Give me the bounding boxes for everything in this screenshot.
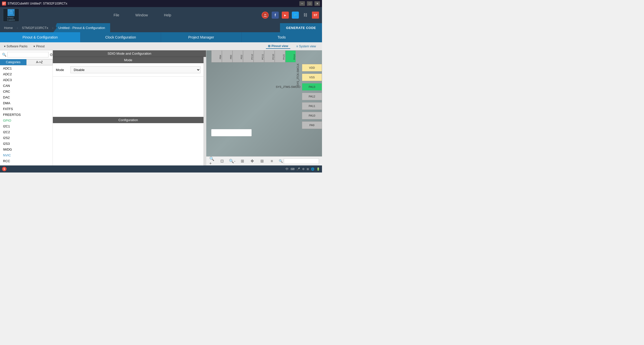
tab-tools[interactable]: Tools <box>242 32 322 42</box>
breadcrumb-chip[interactable]: STM32F103RCTx <box>18 23 52 32</box>
window-title: STM32CubeMX Untitled*: STM32F103RCTx <box>8 2 299 5</box>
chip-canvas: PB4 PB3 PD2 PC12 PC11 PC10 PA15 PA14 SYS… <box>206 50 322 156</box>
pin-item-pa10[interactable]: PA10 <box>267 111 322 120</box>
list-item-label: GPIO <box>3 119 11 122</box>
chip-panel: PB4 PB3 PD2 PC12 PC11 PC10 PA15 PA14 SYS… <box>206 50 322 165</box>
menu-help[interactable]: Help <box>162 12 173 18</box>
list-item-dma[interactable]: DMA <box>0 100 53 106</box>
menu-file[interactable]: File <box>111 12 121 18</box>
list-item-freertos[interactable]: FREERTOS <box>0 112 53 118</box>
system-view-button[interactable]: ≡ System view <box>294 44 318 49</box>
list-item-rcc[interactable]: RCC <box>0 158 53 164</box>
move-button[interactable]: ✥ <box>249 158 255 165</box>
pin-pc12[interactable]: PC12 <box>243 50 254 62</box>
chip-search-icon: 🔍 <box>279 159 283 163</box>
tab-clock-configuration[interactable]: Clock Configuration <box>80 32 161 42</box>
list-item-fatfs[interactable]: FATFS <box>0 106 53 112</box>
sidebar-settings-icon[interactable]: ⚙ <box>50 52 53 57</box>
pin-item-pa12[interactable]: PA12 <box>267 92 322 101</box>
svg-marker-2 <box>13 10 14 15</box>
list-item-can[interactable]: CAN <box>0 83 53 89</box>
pinout-menu[interactable]: ▾ Pinout <box>33 45 45 48</box>
community-icon[interactable]: ⛓ <box>302 12 309 19</box>
list-item-label: ADC1 <box>3 66 12 70</box>
tab-az[interactable]: A->Z <box>26 59 53 65</box>
fit-button[interactable]: ⊞ <box>239 158 245 165</box>
zoom-in-button[interactable]: 🔍+ <box>209 158 215 165</box>
lang-indicator: 中 <box>286 167 289 171</box>
config-section-header: Configuration <box>53 117 204 123</box>
pin-pc10[interactable]: PC10 <box>264 50 275 62</box>
pin-item-vss[interactable]: VSS <box>267 73 322 82</box>
frame-button[interactable]: ⊡ <box>219 158 225 165</box>
list-item-adc2[interactable]: ADC2 <box>0 71 53 77</box>
app-icon: ST <box>2 2 6 6</box>
list-item-crc[interactable]: CRC <box>0 89 53 94</box>
list-item-label: FREERTOS <box>3 113 21 117</box>
list-item-i2c2[interactable]: I2C2 <box>0 129 53 135</box>
grid-button[interactable]: ⊞ <box>259 158 265 165</box>
pin-box-pa11[interactable]: PA11 <box>302 102 322 110</box>
pin-box-pa9[interactable]: PA9 <box>302 121 322 129</box>
mode-row: Mode Disable SD 4 bits Wide bus SD 1 bit… <box>56 66 200 73</box>
list-button[interactable]: ≡ <box>269 158 275 165</box>
svg-rect-0 <box>9 12 13 15</box>
sidebar-search-input[interactable] <box>7 52 49 57</box>
software-packs-menu[interactable]: ▾ Software Packs <box>4 45 27 48</box>
view-toggle: ⊞ Pinout view ≡ System view <box>266 44 318 49</box>
pin-pb4[interactable]: PB4 <box>211 50 222 62</box>
list-item-iwdg[interactable]: IWDG <box>0 147 53 152</box>
list-item-label: CAN <box>3 84 10 88</box>
tab-pinout-configuration[interactable]: Pinout & Configuration <box>0 32 80 42</box>
pin-pc11[interactable]: PC11 <box>254 50 264 62</box>
twitter-icon[interactable]: 🐦 <box>292 12 299 19</box>
system-view-icon: ≡ <box>296 45 298 48</box>
list-item-nvic[interactable]: NVIC <box>0 152 53 158</box>
list-item-adc1[interactable]: ADC1 <box>0 65 53 71</box>
list-item-dac[interactable]: DAC <box>0 94 53 100</box>
facebook-icon[interactable]: f <box>272 12 279 19</box>
menu-window[interactable]: Window <box>133 12 150 18</box>
pin-box-pa10[interactable]: PA10 <box>302 112 322 119</box>
zoom-out-button[interactable]: 🔍- <box>229 158 235 165</box>
pin-box-pa13[interactable]: PA13 <box>302 83 322 91</box>
list-item-rtc[interactable]: RTC <box>0 164 53 165</box>
pin-item-pa11[interactable]: PA11 <box>267 101 322 111</box>
center-scrollbar[interactable] <box>204 57 206 165</box>
pinout-label: Pinout <box>36 45 45 48</box>
list-item-gpio[interactable]: GPIO <box>0 118 53 123</box>
breadcrumb-sep-2: › <box>52 23 53 32</box>
mode-panel-wrapper: Mode Mode Disable SD 4 bits Wide bus SD … <box>53 57 206 165</box>
breadcrumb-home[interactable]: Home <box>0 23 17 32</box>
pinout-view-button[interactable]: ⊞ Pinout view <box>266 44 290 49</box>
pin-pb3[interactable]: PB3 <box>222 50 232 62</box>
pin-pd2[interactable]: PD2 <box>232 50 243 62</box>
pin-box-pa12[interactable]: PA12 <box>302 93 322 100</box>
pin-item-pa9[interactable]: PA9 <box>267 120 322 130</box>
pin-item-vdd[interactable]: VDD <box>267 63 322 73</box>
pin-pa14[interactable]: PA14 <box>285 50 296 62</box>
center-panel: SDIO Mode and Configuration Mode Mode Di… <box>53 50 206 165</box>
tab-project-manager[interactable]: Project Manager <box>161 32 242 42</box>
pin-item-pa13[interactable]: SYS_JTMS-SWDIO PA13 <box>267 82 322 92</box>
list-item-i2s2[interactable]: I2S2 <box>0 135 53 141</box>
chip-search-input[interactable] <box>284 158 319 164</box>
pin-pa15[interactable]: PA15 <box>275 50 285 62</box>
list-item-i2c1[interactable]: I2C1 <box>0 123 53 129</box>
list-item-i2s3[interactable]: I2S3 <box>0 141 53 147</box>
close-button[interactable]: ✕ <box>314 1 320 6</box>
mode-select[interactable]: Disable SD 4 bits Wide bus SD 1 bit Wide… <box>70 66 200 73</box>
mode-section: Mode Disable SD 4 bits Wide bus SD 1 bit… <box>53 63 204 77</box>
status-network: 🌐 <box>311 167 314 171</box>
minimize-button[interactable]: ─ <box>299 1 305 6</box>
maximize-button[interactable]: □ <box>307 1 312 6</box>
youtube-icon[interactable]: ▶ <box>282 12 289 19</box>
tab-categories[interactable]: Categories <box>0 59 26 65</box>
right-pins: VDD VSS SYS_JTMS-SWDIO PA13 PA12 PA11 <box>267 63 322 130</box>
pin-box-vss[interactable]: VSS <box>302 74 322 81</box>
tab-bar: Pinout & Configuration Clock Configurati… <box>0 32 322 42</box>
generate-code-button[interactable]: GENERATE CODE <box>280 23 322 32</box>
pin-box-vdd[interactable]: VDD <box>302 64 322 72</box>
list-item-adc3[interactable]: ADC3 <box>0 77 53 83</box>
status-settings: ⚙ <box>302 167 305 171</box>
